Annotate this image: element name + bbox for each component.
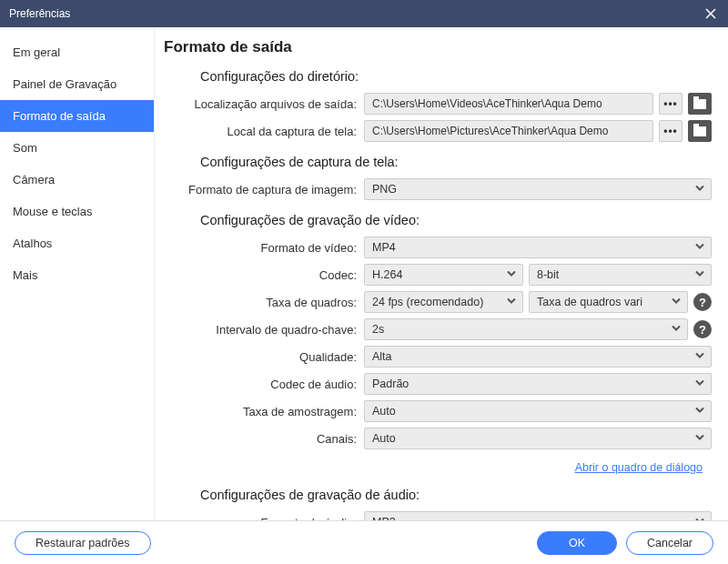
- ellipsis-icon: •••: [663, 128, 678, 134]
- keyframe-select[interactable]: 2s: [364, 318, 688, 340]
- select-value: 8-bit: [537, 268, 559, 281]
- sidebar-item-camera[interactable]: Câmera: [0, 164, 154, 196]
- image-format-label: Formato de captura de imagem:: [164, 183, 364, 196]
- chevron-down-icon: [694, 405, 705, 418]
- chevron-down-icon: [694, 268, 705, 282]
- select-value: Padrão: [372, 378, 409, 390]
- audio-codec-select[interactable]: Padrão: [364, 373, 712, 395]
- sidebar-item-more[interactable]: Mais: [0, 259, 154, 291]
- titlebar: Preferências: [0, 0, 728, 27]
- video-format-select[interactable]: MP4: [364, 237, 712, 258]
- sidebar-item-shortcuts[interactable]: Atalhos: [0, 227, 154, 259]
- close-button[interactable]: [703, 5, 719, 22]
- output-path-open-button[interactable]: [688, 93, 712, 115]
- codec-select[interactable]: H.264: [364, 264, 523, 286]
- folder-icon: [693, 99, 706, 109]
- sidebar-item-output-format[interactable]: Formato de saída: [0, 100, 154, 132]
- select-value: PNG: [372, 183, 397, 196]
- image-format-select[interactable]: PNG: [364, 178, 712, 200]
- footer: Restaurar padrões OK Cancelar: [0, 520, 728, 564]
- content-pane: Formato de saída Configurações do diretó…: [155, 27, 728, 520]
- select-value: 24 fps (recomendado): [372, 296, 483, 308]
- output-path-field[interactable]: C:\Users\Home\Videos\AceThinker\Aqua Dem…: [364, 93, 653, 115]
- restore-defaults-button[interactable]: Restaurar padrões: [15, 531, 151, 555]
- bit-depth-select[interactable]: 8-bit: [529, 264, 712, 286]
- audio-format-select[interactable]: MP3: [364, 511, 712, 520]
- screenshot-path-open-button[interactable]: [688, 120, 712, 142]
- chevron-down-icon: [671, 323, 682, 337]
- chevron-down-icon: [694, 432, 705, 446]
- output-path-browse-button[interactable]: •••: [659, 93, 682, 115]
- sidebar-item-sound[interactable]: Som: [0, 132, 154, 164]
- video-format-label: Formato de vídeo:: [164, 241, 364, 255]
- open-dialog-link[interactable]: Abrir o quadro de diálogo: [575, 461, 703, 474]
- channels-select[interactable]: Auto: [364, 428, 712, 449]
- screenshot-path-field[interactable]: C:\Users\Home\Pictures\AceThinker\Aqua D…: [364, 120, 653, 142]
- select-value: Taxa de quadros vari: [537, 296, 642, 308]
- folder-icon: [693, 126, 706, 136]
- fps-label: Taxa de quadros:: [164, 296, 364, 309]
- section-audio: Configurações de gravação de áudio:: [200, 488, 712, 502]
- sidebar-item-general[interactable]: Em geral: [0, 36, 154, 68]
- section-directory: Configurações do diretório:: [200, 69, 712, 84]
- select-value: Alta: [372, 350, 392, 363]
- window-title: Preferências: [9, 7, 703, 20]
- select-value: Auto: [372, 405, 396, 418]
- sidebar: Em geral Painel de Gravação Formato de s…: [0, 27, 155, 520]
- select-value: Auto: [372, 432, 396, 445]
- sample-rate-label: Taxa de amostragem:: [164, 405, 364, 418]
- fps-select[interactable]: 24 fps (recomendado): [364, 291, 523, 313]
- ellipsis-icon: •••: [663, 101, 678, 106]
- output-path-label: Localização arquivos de saída:: [164, 97, 364, 111]
- chevron-down-icon: [671, 296, 682, 309]
- keyframe-help-button[interactable]: ?: [693, 320, 712, 338]
- select-value: 2s: [372, 323, 384, 336]
- page-title: Formato de saída: [164, 38, 712, 56]
- section-video: Configurações de gravação de vídeo:: [200, 213, 712, 227]
- chevron-down-icon: [694, 183, 705, 196]
- sample-rate-select[interactable]: Auto: [364, 400, 712, 422]
- section-screenshot: Configurações de captura de tela:: [200, 155, 712, 169]
- chevron-down-icon: [694, 241, 705, 255]
- audio-codec-label: Codec de áudio:: [164, 378, 364, 391]
- select-value: H.264: [372, 268, 402, 281]
- sidebar-item-mouse-keys[interactable]: Mouse e teclas: [0, 196, 154, 227]
- quality-label: Qualidade:: [164, 350, 364, 364]
- ok-button[interactable]: OK: [537, 531, 617, 555]
- chevron-down-icon: [506, 296, 517, 309]
- close-icon: [704, 7, 717, 20]
- screenshot-path-label: Local da captura de tela:: [164, 125, 364, 138]
- select-value: MP3: [372, 516, 396, 520]
- quality-select[interactable]: Alta: [364, 346, 712, 368]
- keyframe-label: Intervalo de quadro-chave:: [164, 323, 364, 337]
- codec-label: Codec:: [164, 268, 364, 282]
- chevron-down-icon: [694, 350, 705, 364]
- screenshot-path-browse-button[interactable]: •••: [659, 120, 682, 142]
- select-value: MP4: [372, 241, 396, 254]
- chevron-down-icon: [506, 268, 517, 282]
- channels-label: Canais:: [164, 432, 364, 446]
- fps-mode-select[interactable]: Taxa de quadros vari: [529, 291, 688, 313]
- chevron-down-icon: [694, 516, 705, 521]
- fps-help-button[interactable]: ?: [693, 293, 712, 311]
- chevron-down-icon: [694, 378, 705, 391]
- sidebar-item-recording-panel[interactable]: Painel de Gravação: [0, 68, 154, 100]
- cancel-button[interactable]: Cancelar: [626, 531, 713, 555]
